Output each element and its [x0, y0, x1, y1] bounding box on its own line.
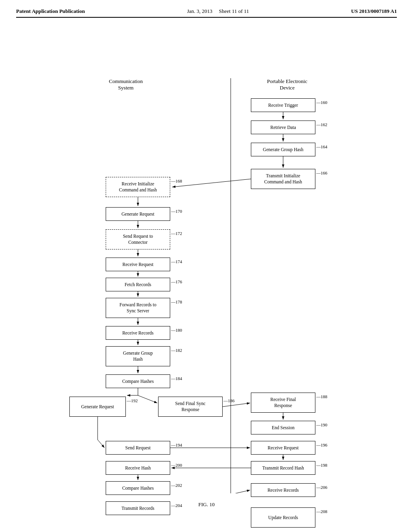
box-b178: Forward Records toSync Server	[106, 298, 170, 318]
box-b202: Compare Hashes	[106, 481, 170, 495]
svg-line-17	[223, 403, 250, 407]
label-b206: —206	[316, 485, 327, 490]
box-b170: Generate Request	[106, 207, 170, 221]
label-b180: —180	[171, 328, 182, 332]
box-b166: Transmit InitializeCommand and Hash	[251, 169, 315, 189]
label-b190: —190	[316, 422, 327, 427]
label-b182: —182	[171, 348, 182, 353]
box-b180: Receive Records	[106, 326, 170, 340]
header-date: Jan. 3, 2013	[187, 8, 213, 14]
box-b194: Send Request	[106, 441, 170, 455]
label-b170: —170	[171, 209, 182, 214]
box-b164: Generate Group Hash	[251, 143, 315, 156]
label-b172: —172	[171, 231, 182, 236]
svg-line-26	[170, 490, 250, 493]
box-b168: Receive InitializeCommand and Hash	[106, 177, 170, 197]
box-b198: Transmit Record Hash	[251, 461, 315, 475]
page: Patent Application Publication Jan. 3, 2…	[0, 0, 413, 532]
label-b202: —202	[171, 483, 182, 488]
box-b208: Update Records	[251, 507, 315, 528]
header-left: Patent Application Publication	[16, 8, 85, 15]
label-b186: —186	[223, 398, 235, 403]
label-b174: —174	[171, 259, 182, 264]
label-b194: —194	[171, 443, 182, 447]
label-b166: —166	[316, 170, 327, 175]
label-b176: —176	[171, 279, 182, 284]
label-b168: —168	[171, 179, 182, 183]
header-sheet: Sheet 11 of 11	[219, 8, 249, 14]
right-col-header: Portable ElectronicDevice	[251, 78, 323, 91]
box-b160: Receive Trigger	[251, 98, 315, 112]
svg-line-16	[138, 395, 157, 403]
box-b196: Receive Request	[251, 441, 315, 455]
label-b208: —208	[316, 509, 327, 514]
svg-line-20	[98, 440, 104, 448]
box-b204: Transmit Records	[106, 501, 170, 515]
box-b188: Receive FinalResponse	[251, 393, 315, 413]
label-b184: —184	[171, 376, 182, 381]
box-b200: Receive Hash	[106, 461, 170, 475]
label-b200: —200	[171, 463, 182, 468]
label-b188: —188	[316, 394, 327, 399]
left-col-header: CommunicationSystem	[90, 78, 162, 91]
label-b198: —198	[316, 463, 327, 468]
label-b178: —178	[171, 299, 182, 304]
box-b182: Generate GroupHash	[106, 346, 170, 366]
svg-line-5	[172, 179, 251, 187]
box-b162: Retrieve Data	[251, 121, 315, 134]
label-b164: —164	[316, 144, 327, 149]
label-b160: —160	[316, 100, 327, 105]
box-b184: Compare Hashes	[106, 374, 170, 388]
header-right: US 2013/0007189 A1	[351, 8, 397, 15]
box-b176: Fetch Records	[106, 278, 170, 291]
arrows-svg	[25, 30, 388, 493]
page-header: Patent Application Publication Jan. 3, 2…	[16, 8, 397, 18]
label-b162: —162	[316, 122, 327, 127]
label-b192: —192	[127, 398, 138, 403]
label-b204: —204	[171, 503, 182, 508]
header-center: Jan. 3, 2013 Sheet 11 of 11	[187, 8, 249, 15]
box-b192: Generate Request	[69, 397, 126, 417]
label-b196: —196	[316, 443, 327, 447]
box-b172: Send Request toConnector	[106, 229, 170, 249]
box-b190: End Session	[251, 421, 315, 434]
box-b206: Receive Records	[251, 483, 315, 497]
box-b174: Receive Request	[106, 258, 170, 271]
diagram: CommunicationSystem Portable ElectronicD…	[25, 30, 388, 493]
box-b186: Send Final SyncResponse	[158, 397, 223, 417]
figure-caption: FIG. 10	[16, 501, 397, 508]
